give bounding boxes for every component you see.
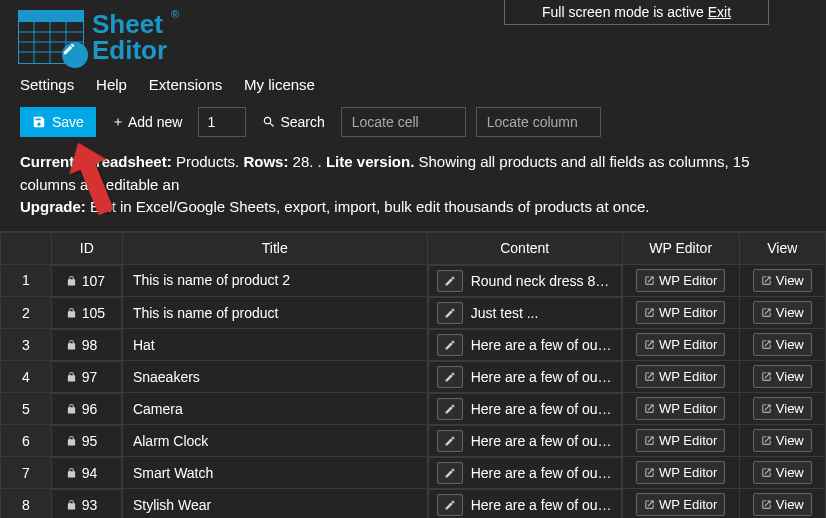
header-view[interactable]: View <box>739 232 825 264</box>
wp-editor-button[interactable]: WP Editor <box>636 397 725 420</box>
cell-title[interactable]: Snaeakers <box>122 361 427 393</box>
edit-content-button[interactable] <box>437 302 463 324</box>
cell-id[interactable]: 97 <box>52 361 122 393</box>
view-button[interactable]: View <box>753 397 812 420</box>
row-number[interactable]: 7 <box>1 457 52 489</box>
table-row: 6 95 Alarm Clock Here are a few of our .… <box>1 425 826 457</box>
header-id[interactable]: ID <box>51 232 122 264</box>
search-icon <box>262 115 276 129</box>
wp-editor-button[interactable]: WP Editor <box>636 301 725 324</box>
cell-title[interactable]: This is name of product 2 <box>122 264 427 297</box>
header-content[interactable]: Content <box>427 232 622 264</box>
header-title[interactable]: Title <box>122 232 427 264</box>
edit-content-button[interactable] <box>437 334 463 356</box>
wp-editor-button[interactable]: WP Editor <box>636 333 725 356</box>
external-icon <box>761 275 772 286</box>
header-wpeditor[interactable]: WP Editor <box>622 232 739 264</box>
edit-content-button[interactable] <box>437 430 463 452</box>
menu-bar: Settings Help Extensions My license <box>0 68 826 101</box>
cell-content[interactable]: Here are a few of our ... <box>428 393 622 425</box>
fullscreen-text: Full screen mode is active <box>542 4 708 20</box>
table-row: 3 98 Hat Here are a few of our ... WP Ed… <box>1 329 826 361</box>
cell-title[interactable]: Hat <box>122 329 427 361</box>
view-button[interactable]: View <box>753 429 812 452</box>
cell-content[interactable]: Here are a few of our ... <box>428 425 622 457</box>
edit-content-button[interactable] <box>437 494 463 516</box>
edit-content-button[interactable] <box>437 398 463 420</box>
spreadsheet: ID Title Content WP Editor View 1 107 Th… <box>0 231 826 519</box>
cell-id[interactable]: 93 <box>52 489 122 519</box>
view-button[interactable]: View <box>753 333 812 356</box>
cell-id[interactable]: 94 <box>52 457 122 489</box>
edit-icon <box>444 467 456 479</box>
cell-id[interactable]: 95 <box>52 425 122 457</box>
view-button[interactable]: View <box>753 365 812 388</box>
cell-content[interactable]: Here are a few of our ... <box>428 361 622 393</box>
external-icon <box>761 307 772 318</box>
cell-view: View <box>739 361 825 393</box>
save-button[interactable]: Save <box>20 107 96 137</box>
cell-title[interactable]: This is name of product <box>122 297 427 329</box>
table-row: 5 96 Camera Here are a few of our ... WP… <box>1 393 826 425</box>
menu-license[interactable]: My license <box>244 76 315 93</box>
locate-column-input[interactable] <box>476 107 601 137</box>
row-number[interactable]: 6 <box>1 425 52 457</box>
external-icon <box>644 499 655 510</box>
edit-icon <box>444 499 456 511</box>
lock-icon <box>66 339 77 351</box>
menu-settings[interactable]: Settings <box>20 76 74 93</box>
cell-id[interactable]: 96 <box>52 393 122 425</box>
search-button[interactable]: Search <box>256 107 330 137</box>
menu-extensions[interactable]: Extensions <box>149 76 222 93</box>
view-button[interactable]: View <box>753 461 812 484</box>
cell-content[interactable]: Here are a few of our ... <box>428 457 622 489</box>
view-button[interactable]: View <box>753 301 812 324</box>
cell-title[interactable]: Camera <box>122 393 427 425</box>
cell-view: View <box>739 264 825 297</box>
edit-content-button[interactable] <box>437 270 463 292</box>
cell-id[interactable]: 98 <box>52 329 122 361</box>
row-number[interactable]: 4 <box>1 361 52 393</box>
cell-view: View <box>739 329 825 361</box>
cell-id[interactable]: 105 <box>52 297 122 329</box>
toolbar: Save Add new Search <box>0 101 826 145</box>
row-number[interactable]: 5 <box>1 393 52 425</box>
external-icon <box>761 467 772 478</box>
wp-editor-button[interactable]: WP Editor <box>636 493 725 516</box>
row-number[interactable]: 2 <box>1 297 52 329</box>
cell-id[interactable]: 107 <box>52 265 122 297</box>
view-button[interactable]: View <box>753 493 812 516</box>
cell-title[interactable]: Stylish Wear <box>122 489 427 519</box>
add-new-button[interactable]: Add new <box>106 107 188 137</box>
external-icon <box>644 339 655 350</box>
cell-content[interactable]: Here are a few of our ... <box>428 329 622 361</box>
info-bar: Current spreadsheet: Products. Rows: 28.… <box>0 145 826 231</box>
cell-title[interactable]: Smart Watch <box>122 457 427 489</box>
external-icon <box>644 403 655 414</box>
edit-content-button[interactable] <box>437 366 463 388</box>
cell-content[interactable]: Here are a few of our ... <box>428 489 622 519</box>
wp-editor-button[interactable]: WP Editor <box>636 429 725 452</box>
view-button[interactable]: View <box>753 269 812 292</box>
cell-title[interactable]: Alarm Clock <box>122 425 427 457</box>
wp-editor-button[interactable]: WP Editor <box>636 365 725 388</box>
row-number[interactable]: 3 <box>1 329 52 361</box>
edit-icon <box>444 371 456 383</box>
logo-text: Sheet® Editor <box>92 11 167 63</box>
lock-icon <box>66 403 77 415</box>
locate-cell-input[interactable] <box>341 107 466 137</box>
menu-help[interactable]: Help <box>96 76 127 93</box>
row-number[interactable]: 1 <box>1 264 52 297</box>
edit-content-button[interactable] <box>437 462 463 484</box>
cell-content[interactable]: Just test ... <box>428 297 622 329</box>
row-number[interactable]: 8 <box>1 489 52 519</box>
cell-content[interactable]: Round neck dress 85c... <box>428 265 622 297</box>
exit-fullscreen-link[interactable]: Exit <box>708 4 731 20</box>
wp-editor-button[interactable]: WP Editor <box>636 269 725 292</box>
wp-editor-button[interactable]: WP Editor <box>636 461 725 484</box>
lock-icon <box>66 307 77 319</box>
add-qty-input[interactable] <box>198 107 246 137</box>
lock-icon <box>66 275 77 287</box>
save-icon <box>32 115 46 129</box>
cell-wpeditor: WP Editor <box>622 489 739 519</box>
